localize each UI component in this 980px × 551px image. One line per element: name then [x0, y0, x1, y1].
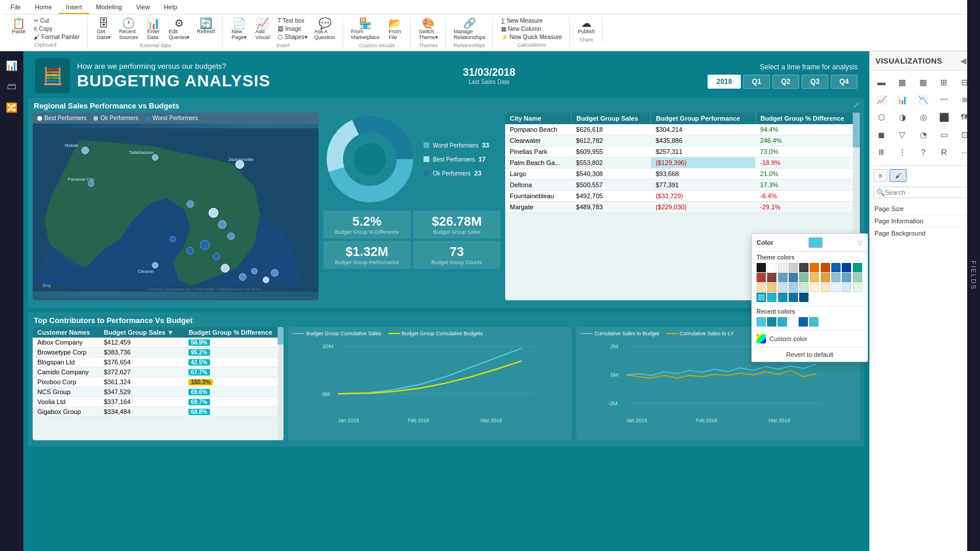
viz-card[interactable]: ▭: [936, 127, 952, 143]
search-input[interactable]: [885, 189, 974, 196]
timeframe-q3[interactable]: Q3: [802, 75, 828, 89]
list-item[interactable]: Voolia Ltd$337,16469.7%: [33, 397, 284, 407]
nav-data[interactable]: 🗃: [2, 77, 21, 96]
custom-color-button[interactable]: Custom color: [752, 330, 867, 347]
recent-color[interactable]: [757, 317, 766, 327]
color-cell[interactable]: [799, 263, 808, 272]
viz-gauge[interactable]: ◔: [915, 127, 932, 143]
revert-button[interactable]: Revert to default: [752, 347, 867, 362]
recent-color[interactable]: [788, 317, 797, 327]
color-cell[interactable]: [831, 263, 841, 272]
color-cell[interactable]: [821, 263, 830, 272]
edit-queries-button[interactable]: ⚙EditQueries▾: [166, 17, 192, 41]
ribbon-tab-file[interactable]: File: [4, 1, 28, 14]
color-cell[interactable]: [778, 273, 788, 282]
color-cell[interactable]: [842, 263, 851, 272]
color-cell[interactable]: [757, 273, 766, 282]
contrib-scrollbar[interactable]: [278, 327, 284, 440]
viz-table[interactable]: ⊞: [936, 74, 952, 90]
color-cell[interactable]: [789, 273, 798, 282]
color-cell[interactable]: [853, 263, 862, 272]
copy-button[interactable]: ⎘ Copy: [32, 25, 82, 33]
map-body[interactable]: Mobile Tallahassee Jacksonville Panama C…: [33, 124, 318, 296]
ribbon-tab-home[interactable]: Home: [28, 1, 59, 14]
table-row[interactable]: Pompano Beach $626,618 $304,214 94.4%: [505, 124, 860, 135]
list-item[interactable]: Browsetype Corp$383,73695.2%: [33, 348, 284, 357]
col-perf[interactable]: Budget Group Performance: [651, 113, 755, 124]
ask-question-button[interactable]: 💬Ask AQuestion: [312, 17, 338, 41]
nav-model[interactable]: 🔀: [2, 98, 21, 117]
color-cell-selected[interactable]: [757, 293, 766, 302]
table-row[interactable]: Fountainebleau $492,705 ($33,729) -6.4%: [505, 191, 860, 202]
color-cell[interactable]: [757, 263, 766, 272]
textbox-button[interactable]: T Text box: [275, 17, 310, 24]
new-quick-measure-button[interactable]: ⚡ New Quick Measure: [499, 33, 565, 41]
page-size-section[interactable]: Page Size ▷: [874, 203, 975, 215]
table-row[interactable]: Palm Beach Ga... $553,802 ($129,396) -18…: [505, 157, 860, 169]
viz-treemap[interactable]: ⬛: [936, 109, 952, 125]
color-picker-chevron[interactable]: ▽: [858, 240, 863, 246]
color-cell[interactable]: [789, 293, 798, 302]
ribbon-tab-insert[interactable]: Insert: [59, 1, 89, 14]
col-bg-pct[interactable]: Budget Group % Difference: [184, 327, 284, 338]
color-cell[interactable]: [778, 263, 788, 272]
table-row[interactable]: Largo $540,308 $93,668 21.0%: [505, 169, 860, 180]
viz-donut[interactable]: ◎: [915, 109, 932, 125]
contributors-table[interactable]: Customer Names Budget Group Sales ▼ Budg…: [33, 327, 284, 440]
donut-chart[interactable]: [323, 113, 416, 206]
cut-button[interactable]: ✂ Cut: [32, 17, 82, 24]
recent-color[interactable]: [767, 317, 776, 327]
color-cell[interactable]: [810, 283, 819, 292]
color-cell[interactable]: [821, 283, 830, 292]
refresh-button[interactable]: 🔄Refresh: [194, 17, 218, 36]
page-background-section[interactable]: Page Background ▽: [874, 227, 975, 239]
list-item[interactable]: Camido Company$372,62767.7%: [33, 367, 284, 377]
color-cell[interactable]: [821, 273, 830, 282]
switch-theme-button[interactable]: 🎨SwitchTheme▾: [416, 17, 440, 41]
table-row[interactable]: Clearwater $612,782 $435,886 246.4%: [505, 135, 860, 146]
ribbon-tab-view[interactable]: View: [129, 1, 157, 14]
format-tab[interactable]: 🖌: [890, 169, 907, 182]
col-bg-sales[interactable]: Budget Group Sales ▼: [99, 327, 184, 338]
color-cell[interactable]: [799, 273, 808, 282]
publish-button[interactable]: ☁Publish: [576, 17, 598, 36]
col-pct[interactable]: Budget Group % Difference: [755, 113, 859, 124]
color-cell[interactable]: [853, 283, 862, 292]
table-row[interactable]: Margate $489,783 ($229,030) -29.1%: [505, 202, 860, 213]
viz-line-chart[interactable]: 📈: [873, 92, 890, 108]
color-cell[interactable]: [831, 273, 841, 282]
ribbon-tab-help[interactable]: Help: [157, 1, 184, 14]
regional-expand-icon[interactable]: ⤢: [853, 100, 860, 110]
col-sales[interactable]: Budget Group Sales: [572, 113, 651, 124]
viz-pie[interactable]: ◑: [894, 109, 911, 125]
viz-funnel[interactable]: ▽: [894, 127, 911, 143]
list-item[interactable]: Gigabox Group$334,48468.8%: [33, 407, 284, 417]
color-cell[interactable]: [767, 293, 776, 302]
color-cell[interactable]: [767, 263, 776, 272]
ribbon-tab-modeling[interactable]: Modeling: [89, 1, 130, 14]
list-item[interactable]: Pixoboo Corp$361,324160.3%: [33, 377, 284, 387]
list-item[interactable]: Blogspan Ltd$376,65442.5%: [33, 357, 284, 367]
new-column-button[interactable]: ▦ New Column: [499, 25, 565, 33]
viz-kpi[interactable]: Ⅲ: [873, 144, 890, 160]
recent-color[interactable]: [778, 317, 787, 327]
color-cell[interactable]: [799, 293, 808, 302]
add-visual-button[interactable]: 📈AddVisual: [252, 17, 273, 41]
col-city[interactable]: City Name: [505, 113, 572, 124]
color-cell[interactable]: [842, 283, 851, 292]
table-row[interactable]: Deltona $500,557 $77,391 17.3%: [505, 180, 860, 191]
enter-data-button[interactable]: 📊EnterData: [143, 17, 164, 41]
recent-sources-button[interactable]: 🕐RecentSources: [117, 17, 141, 41]
new-page-button[interactable]: 📄NewPage▾: [229, 17, 250, 41]
marketplace-button[interactable]: 🏪FromMarketplace: [349, 17, 382, 41]
color-cell[interactable]: [789, 283, 798, 292]
viz-stacked-bar[interactable]: ▩: [894, 74, 911, 90]
list-item[interactable]: Aibox Company$412,45956.9%: [33, 338, 284, 348]
fields-sidebar[interactable]: FIELDS: [967, 0, 980, 551]
viz-combo-chart[interactable]: 📉: [915, 92, 932, 108]
shapes-button[interactable]: ⬡ Shapes▾: [275, 33, 310, 41]
recent-color[interactable]: [809, 317, 818, 327]
color-cell[interactable]: [789, 263, 798, 272]
panel-left-arrow[interactable]: ◀: [960, 56, 967, 65]
color-cell[interactable]: [767, 273, 776, 282]
